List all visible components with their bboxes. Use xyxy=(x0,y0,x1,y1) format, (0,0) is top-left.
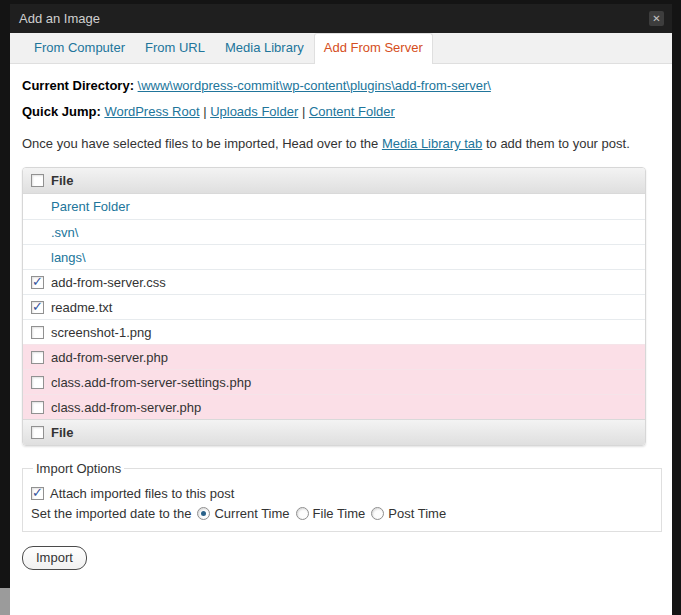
row-checkbox-cell xyxy=(31,276,51,289)
file-name: add-from-server.css xyxy=(51,275,166,290)
media-library-tab-link[interactable]: Media Library tab xyxy=(382,136,482,151)
row-checkbox-cell xyxy=(31,401,51,414)
table-row: .svn\ xyxy=(23,219,645,244)
folder-link[interactable]: langs\ xyxy=(51,250,86,265)
dialog-title: Add an Image xyxy=(19,11,100,26)
radio-icon[interactable] xyxy=(197,507,210,520)
current-directory-line: Current Directory: \www\wordpress-commit… xyxy=(22,78,662,93)
dimmed-page-background-fragment xyxy=(0,588,10,615)
close-icon[interactable]: ✕ xyxy=(649,11,664,26)
select-all-checkbox-footer[interactable] xyxy=(31,426,44,439)
quick-jump-label: Quick Jump: xyxy=(22,104,101,119)
file-table-body: Parent Folder.svn\langs\add-from-server.… xyxy=(23,194,645,419)
quick-jump-link-uploads-folder[interactable]: Uploads Folder xyxy=(210,104,298,119)
table-row: Parent Folder xyxy=(23,194,645,219)
file-column-footer: File xyxy=(51,425,73,440)
file-name: screenshot-1.png xyxy=(51,325,151,340)
radio-label: Current Time xyxy=(214,506,289,521)
tab-add-from-server[interactable]: Add From Server xyxy=(314,33,433,64)
file-checkbox[interactable] xyxy=(31,326,44,339)
quick-jump-line: Quick Jump: WordPress Root | Uploads Fol… xyxy=(22,104,662,119)
date-radio-group: Current TimeFile TimePost Time xyxy=(191,506,446,521)
radio-icon[interactable] xyxy=(296,507,309,520)
instructions-before: Once you have selected files to be impor… xyxy=(22,136,382,151)
table-row: class.add-from-server-settings.php xyxy=(23,369,645,394)
tab-from-url[interactable]: From URL xyxy=(135,33,215,63)
file-table: File Parent Folder.svn\langs\add-from-se… xyxy=(22,167,646,446)
tab-from-computer[interactable]: From Computer xyxy=(24,33,135,63)
quick-jump-separator: | xyxy=(298,104,309,119)
table-row: readme.txt xyxy=(23,294,645,319)
file-name: class.add-from-server.php xyxy=(51,400,201,415)
table-row: langs\ xyxy=(23,244,645,269)
attach-files-checkbox[interactable] xyxy=(31,487,44,500)
radio-option-current-time[interactable]: Current Time xyxy=(197,506,289,521)
quick-jump-separator: | xyxy=(200,104,211,119)
select-all-checkbox[interactable] xyxy=(31,174,44,187)
radio-icon[interactable] xyxy=(371,507,384,520)
file-checkbox[interactable] xyxy=(31,301,44,314)
current-directory-label: Current Directory: xyxy=(22,78,134,93)
file-table-footer: File xyxy=(23,419,645,445)
import-options-legend: Import Options xyxy=(33,461,124,476)
folder-link[interactable]: .svn\ xyxy=(51,225,78,240)
attach-files-label: Attach imported files to this post xyxy=(50,486,234,501)
dialog-content: Current Directory: \www\wordpress-commit… xyxy=(10,64,672,570)
row-checkbox-cell xyxy=(31,326,51,339)
file-name: readme.txt xyxy=(51,300,112,315)
tab-media-library[interactable]: Media Library xyxy=(215,33,314,63)
folder-link[interactable]: Parent Folder xyxy=(51,199,130,214)
table-row: add-from-server.css xyxy=(23,269,645,294)
file-name: class.add-from-server-settings.php xyxy=(51,375,251,390)
current-directory-link[interactable]: \www\wordpress-commit\wp-content\plugins… xyxy=(138,78,491,93)
row-checkbox-cell xyxy=(31,301,51,314)
instructions-text: Once you have selected files to be impor… xyxy=(22,134,662,153)
radio-label: Post Time xyxy=(388,506,446,521)
instructions-after: to add them to your post. xyxy=(482,136,629,151)
table-row: class.add-from-server.php xyxy=(23,394,645,419)
file-column-header: File xyxy=(51,173,73,188)
dialog-titlebar: Add an Image ✕ xyxy=(10,4,672,33)
file-name: add-from-server.php xyxy=(51,350,168,365)
date-option-line: Set the imported date to theCurrent Time… xyxy=(31,506,653,521)
date-option-label: Set the imported date to the xyxy=(31,506,191,521)
file-checkbox[interactable] xyxy=(31,276,44,289)
tab-bar: From ComputerFrom URLMedia LibraryAdd Fr… xyxy=(10,33,672,64)
header-checkbox-cell xyxy=(31,174,51,187)
file-checkbox[interactable] xyxy=(31,351,44,364)
file-table-header: File xyxy=(23,168,645,194)
attach-option-line: Attach imported files to this post xyxy=(31,486,653,501)
file-checkbox[interactable] xyxy=(31,401,44,414)
quick-jump-link-wordpress-root[interactable]: WordPress Root xyxy=(104,104,199,119)
quick-jump-links: WordPress Root | Uploads Folder | Conten… xyxy=(104,104,395,119)
table-row: add-from-server.php xyxy=(23,344,645,369)
radio-label: File Time xyxy=(313,506,366,521)
import-options-fieldset: Import Options Attach imported files to … xyxy=(22,461,662,532)
radio-option-post-time[interactable]: Post Time xyxy=(371,506,446,521)
add-image-dialog: Add an Image ✕ From ComputerFrom URLMedi… xyxy=(10,4,672,615)
row-checkbox-cell xyxy=(31,376,51,389)
footer-checkbox-cell xyxy=(31,426,51,439)
radio-option-file-time[interactable]: File Time xyxy=(296,506,366,521)
file-checkbox[interactable] xyxy=(31,376,44,389)
row-checkbox-cell xyxy=(31,351,51,364)
quick-jump-link-content-folder[interactable]: Content Folder xyxy=(309,104,395,119)
import-button[interactable]: Import xyxy=(22,546,87,570)
table-row: screenshot-1.png xyxy=(23,319,645,344)
